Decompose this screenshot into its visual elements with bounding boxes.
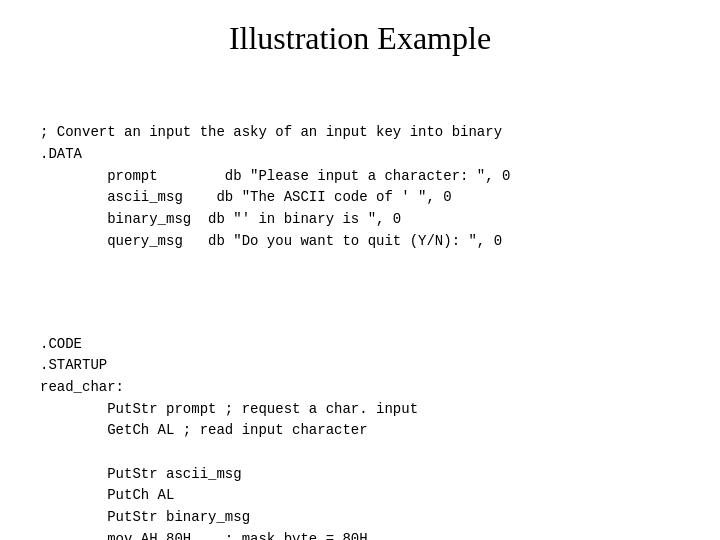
code-section: .CODE .STARTUP read_char: PutStr prompt … — [40, 312, 680, 540]
content-area: ; Convert an input the asky of an input … — [40, 79, 680, 540]
code-section-text: .CODE .STARTUP read_char: PutStr prompt … — [40, 336, 426, 540]
page: Illustration Example ; Convert an input … — [0, 0, 720, 540]
data-section: ; Convert an input the asky of an input … — [40, 122, 680, 252]
data-section-text: ; Convert an input the asky of an input … — [40, 124, 510, 248]
page-title: Illustration Example — [40, 20, 680, 57]
